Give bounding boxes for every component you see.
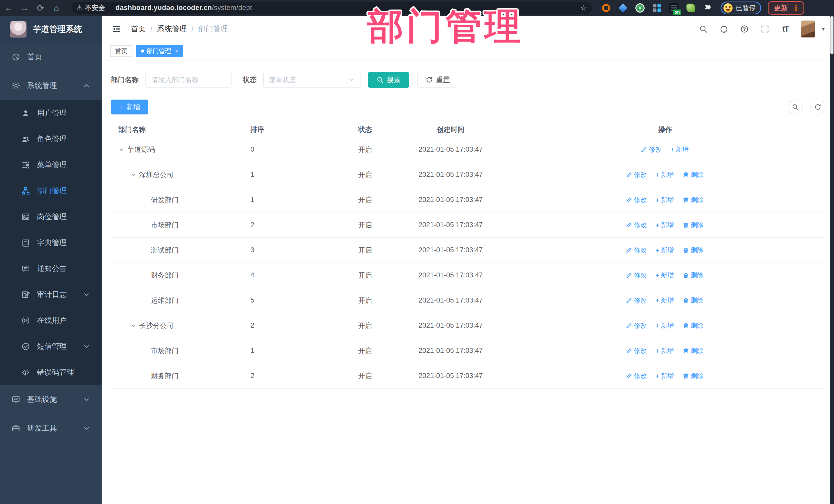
sidebar-item-11[interactable]: 短信管理 (0, 333, 102, 359)
edit-action-link[interactable]: 修改 (626, 346, 647, 355)
scrollbar-thumb[interactable] (830, 16, 833, 54)
sidebar-collapse-icon[interactable] (111, 23, 122, 35)
tag-0[interactable]: 首页 (110, 45, 132, 57)
edit-action-link[interactable]: 修改 (626, 246, 647, 254)
not-secure-warning[interactable]: ⚠ 不安全 (76, 3, 105, 12)
sidebar-item-8[interactable]: 通知公告 (0, 256, 102, 282)
tabs-extension-icon[interactable]: on (669, 3, 679, 13)
app-logo-bar[interactable]: 芋道管理系统 (0, 16, 102, 43)
gem-extension-icon[interactable] (618, 3, 628, 13)
user-avatar[interactable] (801, 21, 815, 38)
edit-action-link[interactable]: 修改 (626, 372, 647, 380)
sidebar-item-6[interactable]: 岗位管理 (0, 204, 102, 230)
edit-action-link[interactable]: 修改 (626, 170, 647, 179)
add-action-link[interactable]: +新增 (655, 372, 674, 380)
breadcrumb-item-0[interactable]: 首页 (131, 24, 146, 34)
add-action-link[interactable]: +新增 (655, 196, 674, 204)
sidebar-item-label: 错误码管理 (37, 367, 74, 377)
tag-1[interactable]: 部门管理× (136, 45, 183, 57)
sidebar-item-2[interactable]: 用户管理 (0, 100, 102, 126)
browser-forward-icon[interactable]: → (18, 1, 32, 15)
add-dept-button[interactable]: + 新增 (111, 100, 148, 114)
sidebar-item-9[interactable]: 审计日志 (0, 282, 102, 307)
status-select-placeholder: 菜单状态 (269, 75, 296, 84)
delete-action-link[interactable]: 删除 (683, 221, 704, 229)
sidebar-item-0[interactable]: 首页 (0, 43, 102, 71)
add-action-link[interactable]: +新增 (655, 321, 674, 330)
sidebar-item-label: 首页 (27, 52, 42, 62)
cell-sort: 2 (249, 322, 357, 329)
fullscreen-icon[interactable] (760, 24, 770, 34)
github-icon[interactable] (719, 24, 729, 34)
delete-action-link[interactable]: 删除 (683, 296, 704, 305)
sidebar-item-10[interactable]: 在线用户 (0, 307, 102, 333)
overlay-title: 部门管理 (368, 3, 524, 51)
edit-icon (626, 373, 632, 379)
sidebar-item-label: 菜单管理 (37, 160, 67, 170)
sidebar-item-5[interactable]: 部门管理 (0, 178, 102, 204)
trash-icon (683, 373, 689, 379)
profile-paused-pill[interactable]: 已暂停 (721, 2, 761, 14)
add-action-link[interactable]: +新增 (655, 170, 674, 179)
add-action-link[interactable]: +新增 (655, 246, 674, 254)
grid-extension-icon[interactable] (652, 3, 662, 13)
profile-emoji-icon (723, 3, 733, 13)
extensions-puzzle-icon[interactable] (703, 3, 713, 13)
fontsize-icon[interactable]: tT (781, 24, 791, 34)
delete-action-link[interactable]: 删除 (683, 346, 704, 355)
breadcrumb-item-1[interactable]: 系统管理 (157, 24, 187, 34)
url-host: dashboard.yudao.iocoder.cn (115, 4, 212, 12)
page-scrollbar[interactable] (830, 16, 834, 504)
search-button[interactable]: 搜索 (368, 72, 409, 88)
status-select[interactable]: 菜单状态 (263, 72, 361, 88)
edit-action-link[interactable]: 修改 (626, 321, 647, 330)
caret-down-icon[interactable]: ▾ (822, 26, 825, 32)
leaf-extension-icon[interactable] (686, 3, 696, 13)
action-label: 新增 (676, 145, 689, 154)
expand-arrow-icon[interactable] (130, 322, 139, 329)
delete-action-link[interactable]: 删除 (683, 170, 704, 179)
dashboard-icon (11, 52, 21, 61)
trash-icon (683, 348, 689, 354)
reset-button[interactable]: 重置 (417, 72, 458, 88)
close-icon[interactable]: × (175, 47, 178, 54)
browser-reload-icon[interactable]: ⟳ (34, 1, 48, 15)
edit-action-link[interactable]: 修改 (626, 296, 647, 305)
refresh-table-button[interactable] (810, 100, 825, 114)
action-label: 新增 (661, 221, 674, 229)
sidebar-item-12[interactable]: 错误码管理 (0, 359, 102, 385)
sidebar-item-7[interactable]: 字典管理 (0, 230, 102, 256)
browser-back-icon[interactable]: ← (2, 1, 16, 15)
dept-name-input[interactable] (145, 72, 232, 88)
edit-action-link[interactable]: 修改 (626, 271, 647, 280)
toggle-search-button[interactable] (788, 100, 803, 114)
sidebar-item-4[interactable]: 菜单管理 (0, 152, 102, 178)
delete-action-link[interactable]: 删除 (683, 246, 704, 254)
delete-action-link[interactable]: 删除 (683, 321, 704, 330)
sidebar-item-3[interactable]: 角色管理 (0, 126, 102, 152)
browser-home-icon[interactable]: ⌂ (49, 1, 64, 15)
add-action-link[interactable]: +新增 (670, 145, 688, 154)
browser-update-button[interactable]: 更新 ⋮ (768, 1, 804, 15)
add-action-link[interactable]: +新增 (655, 346, 674, 355)
help-icon[interactable] (739, 24, 750, 34)
sidebar-item-1[interactable]: 系统管理 (0, 71, 102, 100)
add-action-link[interactable]: +新增 (655, 296, 674, 305)
expand-arrow-icon[interactable] (130, 171, 139, 178)
expand-arrow-icon[interactable] (118, 146, 127, 153)
delete-action-link[interactable]: 删除 (683, 271, 704, 280)
search-icon[interactable] (698, 24, 708, 34)
delete-action-link[interactable]: 删除 (683, 196, 704, 204)
add-action-link[interactable]: +新增 (655, 221, 674, 229)
sidebar-item-14[interactable]: 研发工具 (0, 414, 102, 443)
edit-action-link[interactable]: 修改 (626, 196, 647, 204)
edit-action-link[interactable]: 修改 (640, 145, 662, 154)
edit-action-link[interactable]: 修改 (626, 221, 647, 229)
browser-menu-kebab-icon[interactable]: ⋮ (792, 5, 800, 10)
delete-action-link[interactable]: 删除 (683, 372, 704, 380)
target-extension-icon[interactable] (601, 3, 611, 13)
bookmark-star-icon[interactable]: ☆ (580, 3, 587, 12)
v-extension-icon[interactable]: V (635, 3, 645, 13)
sidebar-item-13[interactable]: 基础设施 (0, 385, 102, 414)
add-action-link[interactable]: +新增 (655, 271, 674, 280)
